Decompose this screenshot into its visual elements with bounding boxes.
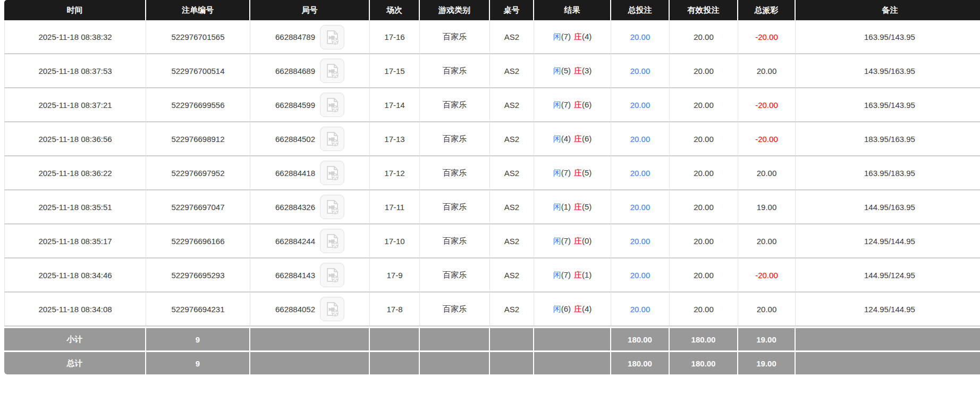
col-header-valid-bet: 有效投注 — [670, 0, 738, 20]
col-header-table-no: 桌号 — [490, 0, 534, 20]
order-no-cell: 522976701565 — [146, 20, 250, 54]
time-cell: 2025-11-18 08:36:22 — [4, 156, 146, 190]
round-no: 662884143 — [275, 271, 315, 280]
table-no-cell: AS2 — [490, 224, 534, 258]
table-no-cell: AS2 — [490, 156, 534, 190]
table-no-cell: AS2 — [490, 54, 534, 88]
result-cell: 闲(7)庄(4) — [534, 20, 611, 54]
col-header-result: 结果 — [534, 0, 611, 20]
summary-total-bet-cell: 180.00 — [611, 327, 670, 352]
game-type-cell: 百家乐 — [420, 258, 490, 293]
banker-result-label: 庄 — [574, 134, 582, 143]
player-result-score: (4) — [561, 134, 571, 143]
remark-cell: 144.95/163.95 — [796, 190, 980, 224]
player-result-score: (7) — [561, 270, 571, 279]
valid-bet-cell: 20.00 — [670, 156, 738, 190]
round-no-cell: 662884599 — [250, 88, 370, 122]
round-no-cell: 662884789 — [250, 20, 370, 54]
video-playback-button[interactable] — [320, 297, 344, 321]
table-row: 2025-11-18 08:35:51 522976697047 6628843… — [4, 190, 980, 224]
banker-result-score: (5) — [582, 168, 592, 177]
banker-result-label: 庄 — [574, 270, 582, 279]
table-no-cell: AS2 — [490, 293, 534, 327]
col-header-total-payout: 总派彩 — [738, 0, 796, 20]
total-payout-cell: 20.00 — [738, 156, 796, 190]
table-row: 2025-11-18 08:36:56 522976698912 6628845… — [4, 122, 980, 156]
result-cell: 闲(7)庄(1) — [534, 258, 611, 293]
video-playback-button[interactable] — [320, 93, 344, 117]
time-cell: 2025-11-18 08:34:08 — [4, 293, 146, 327]
round-no: 662884599 — [275, 101, 315, 110]
round-no-cell: 662884244 — [250, 224, 370, 258]
session-cell: 17-15 — [370, 54, 420, 88]
game-type-cell: 百家乐 — [420, 293, 490, 327]
game-type-cell: 百家乐 — [420, 88, 490, 122]
banker-result-score: (4) — [582, 304, 592, 313]
round-no: 662884052 — [275, 305, 315, 314]
video-file-icon — [324, 266, 341, 283]
remark-cell: 144.95/124.95 — [796, 258, 980, 293]
order-no-cell: 522976697047 — [146, 190, 250, 224]
player-result-label: 闲 — [553, 270, 561, 279]
video-playback-button[interactable] — [320, 127, 344, 151]
game-type-cell: 百家乐 — [420, 224, 490, 258]
subtotal-row: 小计 9 180.00 180.00 19.00 — [4, 327, 980, 352]
video-file-icon — [324, 62, 341, 79]
col-header-session: 场次 — [370, 0, 420, 20]
banker-result-label: 庄 — [574, 32, 582, 41]
round-no-cell: 662884502 — [250, 122, 370, 156]
video-playback-button[interactable] — [320, 25, 344, 49]
player-result-label: 闲 — [553, 32, 561, 41]
time-cell: 2025-11-18 08:37:21 — [4, 88, 146, 122]
player-result-label: 闲 — [553, 202, 561, 211]
total-bet-cell: 20.00 — [611, 54, 670, 88]
total-bet-cell: 20.00 — [611, 20, 670, 54]
session-cell: 17-8 — [370, 293, 420, 327]
player-result-score: (5) — [561, 66, 571, 75]
banker-result-label: 庄 — [574, 100, 582, 109]
video-playback-button[interactable] — [320, 229, 344, 253]
table-row: 2025-11-18 08:37:53 522976700514 6628846… — [4, 54, 980, 88]
bet-history-table: 时间 注单编号 局号 场次 游戏类别 桌号 结果 总投注 有效投注 总派彩 备注… — [4, 0, 980, 374]
table-row: 2025-11-18 08:34:08 522976694231 6628840… — [4, 293, 980, 327]
table-row: 2025-11-18 08:37:21 522976699556 6628845… — [4, 88, 980, 122]
remark-cell: 163.95/143.95 — [796, 88, 980, 122]
player-result-score: (7) — [561, 100, 571, 109]
total-payout-cell: 20.00 — [738, 224, 796, 258]
round-no-cell: 662884418 — [250, 156, 370, 190]
total-payout-cell: -20.00 — [738, 20, 796, 54]
video-file-icon — [324, 198, 341, 215]
video-playback-button[interactable] — [320, 263, 344, 287]
banker-result-score: (6) — [582, 100, 592, 109]
result-cell: 闲(7)庄(0) — [534, 224, 611, 258]
order-no-cell: 522976695293 — [146, 258, 250, 293]
table-no-cell: AS2 — [490, 88, 534, 122]
total-payout-cell: 20.00 — [738, 293, 796, 327]
round-no: 662884326 — [275, 203, 315, 212]
session-cell: 17-9 — [370, 258, 420, 293]
banker-result-score: (4) — [582, 32, 592, 41]
remark-cell: 124.95/144.95 — [796, 224, 980, 258]
table-row: 2025-11-18 08:34:46 522976695293 6628841… — [4, 258, 980, 293]
remark-cell: 143.95/163.95 — [796, 54, 980, 88]
round-no: 662884244 — [275, 237, 315, 246]
session-cell: 17-11 — [370, 190, 420, 224]
video-playback-button[interactable] — [320, 161, 344, 185]
round-no-cell: 662884326 — [250, 190, 370, 224]
valid-bet-cell: 20.00 — [670, 88, 738, 122]
video-playback-button[interactable] — [320, 59, 344, 83]
col-header-time: 时间 — [4, 0, 146, 20]
valid-bet-cell: 20.00 — [670, 20, 738, 54]
total-bet-cell: 20.00 — [611, 88, 670, 122]
valid-bet-cell: 20.00 — [670, 293, 738, 327]
total-payout-cell: -20.00 — [738, 258, 796, 293]
order-no-cell: 522976698912 — [146, 122, 250, 156]
result-cell: 闲(1)庄(5) — [534, 190, 611, 224]
result-cell: 闲(7)庄(5) — [534, 156, 611, 190]
player-result-label: 闲 — [553, 134, 561, 143]
video-playback-button[interactable] — [320, 195, 344, 219]
summary-total-bet-cell: 180.00 — [611, 352, 670, 374]
total-payout-cell: 20.00 — [738, 54, 796, 88]
summary-label-cell: 小计 — [4, 327, 146, 352]
game-type-cell: 百家乐 — [420, 190, 490, 224]
